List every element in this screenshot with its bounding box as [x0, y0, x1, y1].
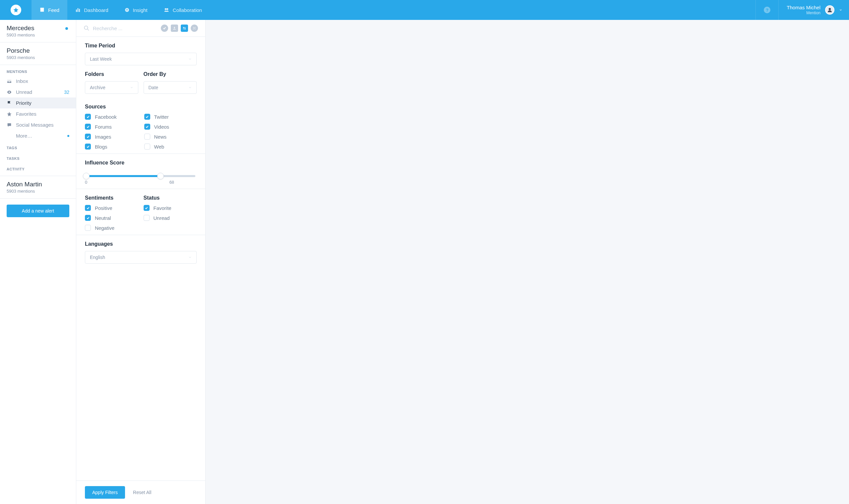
checkbox-label: Positive [95, 205, 112, 211]
sidebar-item-priority[interactable]: Priority [0, 97, 76, 108]
sidebar-item-label: Inbox [16, 78, 69, 84]
languages-title: Languages [85, 241, 197, 247]
checkbox-neutral[interactable]: Neutral [85, 215, 138, 221]
checkbox-box [85, 144, 91, 149]
message-icon [7, 122, 12, 128]
checkbox-label: Blogs [95, 144, 107, 149]
sidebar: Mercedes 5903 mentions Porsche 5903 ment… [0, 20, 76, 504]
chevron-down-icon [188, 86, 192, 89]
insight-icon [124, 7, 130, 13]
svg-point-9 [84, 26, 88, 30]
checkbox-unread[interactable]: Unread [144, 215, 197, 221]
help-button[interactable]: ? [756, 0, 778, 20]
checkbox-facebook[interactable]: Facebook [85, 114, 138, 120]
sidebar-item-label: More… [16, 133, 64, 139]
dashboard-icon [75, 7, 80, 13]
section-tasks[interactable]: TASKS [0, 152, 76, 162]
section-activity[interactable]: ACTIVITY [0, 162, 76, 176]
dot-icon [67, 135, 69, 137]
filter-icon[interactable] [181, 24, 188, 32]
checkbox-images[interactable]: Images [85, 133, 138, 140]
logo[interactable] [0, 0, 32, 20]
expand-icon[interactable] [191, 24, 198, 32]
nav-collaboration[interactable]: Collaboration [156, 0, 210, 20]
chevron-down-icon [188, 57, 192, 61]
checkbox-box [85, 114, 91, 120]
apply-filters-button[interactable]: Apply Filters [85, 486, 125, 499]
checkbox-twitter[interactable]: Twitter [144, 114, 197, 120]
checkbox-label: Unread [153, 215, 170, 221]
add-alert-button[interactable]: Add a new alert [7, 204, 69, 217]
sidebar-item-more[interactable]: More… [0, 130, 76, 141]
slider-min-label: 0 [85, 180, 87, 185]
folders-title: Folders [85, 71, 138, 77]
checkbox-web[interactable]: Web [144, 144, 197, 149]
checkbox-label: Videos [154, 124, 169, 130]
checkbox-box [85, 215, 91, 221]
checkbox-box [144, 144, 150, 149]
influence-slider[interactable] [86, 175, 195, 177]
reset-all-link[interactable]: Reset All [133, 490, 151, 495]
sidebar-item-label: Priority [16, 100, 69, 106]
flag-icon [7, 101, 12, 106]
checkbox-forums[interactable]: Forums [85, 124, 138, 130]
slider-handle-min[interactable] [83, 173, 90, 179]
active-dot [65, 27, 68, 30]
checkbox-label: Twitter [154, 114, 169, 120]
alert-sub: 5903 mentions [7, 189, 69, 194]
checkbox-negative[interactable]: Negative [85, 225, 138, 231]
nav-label: Insight [133, 7, 148, 13]
alert-sub: 5903 mentions [7, 33, 69, 37]
checkbox-favorite[interactable]: Favorite [144, 205, 197, 211]
checkbox-box [144, 215, 149, 221]
sidebar-item-label: Social Messages [16, 122, 69, 128]
alert-porsche[interactable]: Porsche 5903 mentions [0, 42, 76, 65]
folders-select[interactable]: Archive [85, 81, 138, 94]
checkbox-box [85, 205, 91, 211]
nav-feed[interactable]: Feed [32, 0, 67, 20]
time-period-select[interactable]: Last Week [85, 53, 197, 65]
order-by-title: Order By [144, 71, 197, 77]
alert-sub: 5903 mentions [7, 55, 69, 60]
checkbox-news[interactable]: News [144, 133, 197, 140]
unread-count: 32 [64, 90, 69, 95]
sidebar-item-label: Favorites [16, 111, 69, 117]
checkbox-label: Images [95, 134, 111, 140]
search-input[interactable] [93, 25, 158, 31]
checkbox-blogs[interactable]: Blogs [85, 144, 138, 149]
nav-dashboard[interactable]: Dashboard [67, 0, 116, 20]
checkbox-label: Negative [95, 225, 114, 231]
content-area [205, 20, 849, 504]
svg-point-10 [183, 27, 184, 28]
user-menu[interactable]: Thomas Michel Mention [778, 0, 849, 20]
slider-max-label: 68 [169, 180, 174, 185]
star-icon [7, 111, 12, 117]
avatar [825, 5, 834, 15]
languages-select[interactable]: English [85, 251, 197, 264]
alert-mercedes[interactable]: Mercedes 5903 mentions [0, 20, 76, 42]
nav-insight[interactable]: Insight [116, 0, 156, 20]
svg-rect-1 [40, 7, 44, 8]
sidebar-item-social[interactable]: Social Messages [0, 119, 76, 130]
order-by-select[interactable]: Date [144, 81, 197, 94]
sidebar-item-inbox[interactable]: Inbox [0, 76, 76, 87]
checkbox-videos[interactable]: Videos [144, 124, 197, 130]
select-value: Date [149, 85, 159, 90]
filters-panel: Time Period Last Week Folders Archive [76, 20, 205, 504]
sidebar-item-favorites[interactable]: Favorites [0, 108, 76, 119]
alert-aston-martin[interactable]: Aston Martin 5903 mentions [0, 176, 76, 199]
checkbox-label: Facebook [95, 114, 117, 120]
slider-handle-max[interactable] [157, 173, 164, 179]
checkbox-box [144, 133, 150, 140]
time-period-title: Time Period [85, 43, 197, 49]
checkbox-box [144, 205, 149, 211]
select-value: English [90, 255, 105, 260]
section-tags[interactable]: TAGS [0, 141, 76, 152]
sidebar-item-unread[interactable]: Unread 32 [0, 87, 76, 97]
download-icon[interactable] [171, 24, 178, 32]
checkbox-positive[interactable]: Positive [85, 205, 138, 211]
check-icon[interactable] [161, 24, 168, 32]
svg-point-8 [829, 8, 831, 10]
chevron-down-icon [130, 86, 133, 89]
user-sub: Mention [787, 11, 820, 15]
